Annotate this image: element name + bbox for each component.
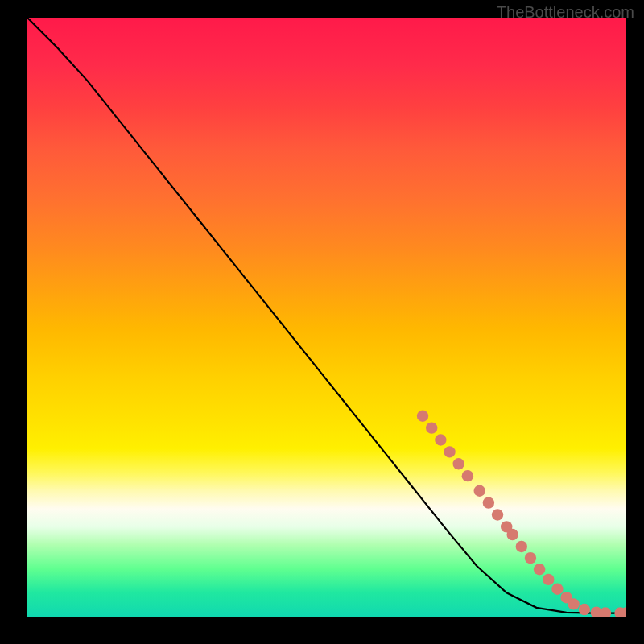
chart-marker [579,604,590,615]
chart-plot-area [27,18,626,617]
chart-curve [27,18,626,613]
chart-marker [483,497,494,508]
chart-marker [452,458,464,469]
chart-marker [492,509,503,520]
chart-marker [543,574,554,585]
chart-marker [426,422,437,433]
chart-marker [417,411,428,422]
chart-marker [474,485,485,497]
chart-marker [444,446,455,457]
chart-marker [525,552,536,564]
chart-marker [516,541,527,552]
chart-marker [534,564,545,575]
chart-marker [600,607,611,617]
chart-markers [417,411,626,617]
chart-marker [435,434,446,445]
chart-svg [27,18,626,617]
chart-marker [551,584,563,595]
chart-marker [462,470,473,481]
chart-marker [568,598,579,609]
chart-marker [506,529,518,540]
attribution-label: TheBottleneck.com [497,3,634,22]
